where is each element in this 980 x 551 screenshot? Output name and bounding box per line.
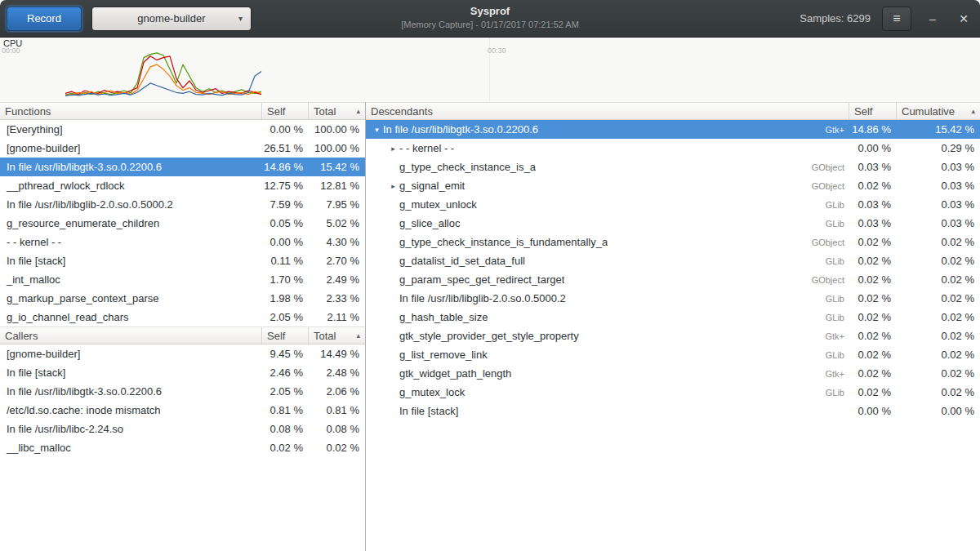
total-value: 2.49 % [309, 273, 365, 286]
function-name: In file [stack] [0, 367, 262, 379]
minimize-button[interactable]: – [923, 9, 942, 29]
self-value: 0.11 % [262, 255, 309, 267]
tree-row[interactable]: In file /usr/lib/libglib-2.0.so.0.5000.2… [366, 289, 980, 308]
table-row[interactable]: [Everything]0.00 %100.00 % [0, 120, 365, 139]
sysprof-window: Record gnome-builder ▾ Sysprof [Memory C… [0, 0, 980, 551]
table-row[interactable]: g_io_channel_read_chars2.05 %2.11 % [0, 308, 365, 327]
triangle-down-icon[interactable]: ▾ [371, 126, 383, 134]
process-selector-label: gnome-builder [137, 12, 205, 24]
function-name: In file [stack] [0, 255, 262, 267]
header-right: Samples: 6299 ≡ – ✕ [800, 7, 973, 31]
cumulative-value: 0.02 % [897, 349, 980, 361]
total-value: 15.42 % [309, 161, 365, 173]
total-value: 2.48 % [309, 367, 365, 379]
self-value: 9.45 % [262, 348, 309, 360]
descendants-table: DescendantsSelfCumulative▴▾In file /usr/… [366, 102, 980, 420]
menu-button[interactable]: ≡ [882, 7, 911, 31]
table-row[interactable]: [gnome-builder]26.51 %100.00 % [0, 139, 365, 158]
function-name: g_mutex_lock [399, 386, 465, 398]
record-button[interactable]: Record [7, 7, 82, 31]
table-row[interactable]: - - kernel - -0.00 %4.30 % [0, 233, 365, 251]
cumulative-value: 0.02 % [897, 273, 980, 286]
close-button[interactable]: ✕ [954, 9, 973, 29]
tree-row[interactable]: g_param_spec_get_redirect_targetGObject0… [366, 270, 980, 289]
table-row[interactable]: /etc/ld.so.cache: inode mismatch0.81 %0.… [0, 401, 365, 420]
function-name: g_type_check_instance_is_fundamentally_a [399, 236, 608, 248]
tree-row[interactable]: g_hash_table_sizeGLib0.02 %0.02 % [366, 308, 980, 327]
function-name-cell: g_param_spec_get_redirect_target [366, 273, 799, 286]
table-row[interactable]: In file /usr/lib/libgtk-3.so.0.2200.614.… [0, 158, 365, 176]
self-value: 2.05 % [262, 311, 309, 323]
self-value: 14.86 % [849, 123, 897, 136]
function-name: In file /usr/lib/libglib-2.0.so.0.5000.2 [399, 292, 566, 304]
triangle-right-icon[interactable]: ▸ [387, 182, 399, 190]
column-header-total[interactable]: Total▴ [309, 103, 365, 119]
tree-row[interactable]: g_type_check_instance_is_aGObject0.03 %0… [366, 158, 980, 176]
cumulative-value: 0.03 % [897, 217, 980, 229]
cumulative-value: 0.00 % [897, 405, 980, 417]
function-name: g_datalist_id_set_data_full [399, 255, 525, 267]
self-value: 0.02 % [849, 330, 897, 342]
tree-row[interactable]: ▸g_signal_emitGObject0.02 %0.03 % [366, 176, 980, 195]
function-name-cell: In file /usr/lib/libglib-2.0.so.0.5000.2 [366, 292, 799, 304]
cpu-series-cpu0 [65, 53, 261, 96]
column-header-cumulative[interactable]: Cumulative▴ [897, 103, 980, 119]
tree-row[interactable]: gtk_style_provider_get_style_propertyGtk… [366, 327, 980, 345]
cumulative-value: 0.02 % [897, 386, 980, 398]
table-row[interactable]: __pthread_rwlock_rdlock12.75 %12.81 % [0, 176, 365, 195]
triangle-right-icon[interactable]: ▸ [387, 144, 399, 153]
table-row[interactable]: g_markup_parse_context_parse1.98 %2.33 % [0, 289, 365, 308]
tree-row[interactable]: g_type_check_instance_is_fundamentally_a… [366, 233, 980, 251]
cumulative-value: 0.02 % [897, 367, 980, 380]
column-header-self[interactable]: Self [262, 327, 309, 344]
function-name: g_signal_emit [399, 180, 465, 192]
callers-table: CallersSelfTotal▴[gnome-builder]9.45 %14… [0, 327, 365, 457]
tree-row[interactable]: gtk_widget_path_lengthGtk+0.02 %0.02 % [366, 364, 980, 383]
total-value: 7.95 % [309, 198, 365, 211]
table-row[interactable]: __libc_malloc0.02 %0.02 % [0, 438, 365, 457]
table-row[interactable]: _int_malloc1.70 %2.49 % [0, 270, 365, 289]
self-value: 1.70 % [262, 273, 309, 286]
tree-row[interactable]: g_mutex_unlockGLib0.03 %0.03 % [366, 195, 980, 214]
tree-row[interactable]: g_mutex_lockGLib0.02 %0.02 % [366, 383, 980, 402]
process-selector-dropdown[interactable]: gnome-builder ▾ [91, 7, 252, 31]
column-header-self[interactable]: Self [849, 103, 897, 119]
tree-row[interactable]: g_slice_allocGLib0.03 %0.03 % [366, 214, 980, 233]
table-row[interactable]: [gnome-builder]9.45 %14.49 % [0, 344, 365, 363]
cumulative-value: 0.29 % [897, 142, 980, 154]
self-value: 0.02 % [849, 236, 897, 248]
tree-row[interactable]: In file [stack]0.00 %0.00 % [366, 402, 980, 420]
table-row[interactable]: g_resource_enumerate_children0.05 %5.02 … [0, 214, 365, 233]
function-name: g_io_channel_read_chars [0, 311, 262, 323]
function-name: In file /usr/lib/libglib-2.0.so.0.5000.2 [0, 198, 262, 211]
column-header-functions[interactable]: Functions [0, 103, 262, 119]
self-value: 0.03 % [849, 198, 897, 211]
library-tag: GObject [799, 275, 849, 285]
table-row[interactable]: In file [stack]2.46 %2.48 % [0, 363, 365, 382]
column-header-label: Total [314, 330, 336, 342]
table-row[interactable]: In file /usr/lib/libgtk-3.so.0.2200.62.0… [0, 382, 365, 401]
library-tag: Gtk+ [799, 369, 849, 379]
function-name-cell: g_list_remove_link [366, 349, 799, 361]
function-name: g_hash_table_size [399, 311, 488, 323]
time-tick-mid: 00:30 [488, 47, 506, 55]
column-header-total[interactable]: Total▴ [309, 327, 365, 344]
self-value: 0.08 % [262, 423, 309, 435]
function-name: In file [stack] [399, 405, 458, 417]
self-value: 0.02 % [849, 180, 897, 192]
total-value: 2.70 % [309, 255, 365, 267]
tree-row[interactable]: g_list_remove_linkGLib0.02 %0.02 % [366, 345, 980, 364]
column-header-self[interactable]: Self [262, 103, 309, 119]
function-name-cell: g_slice_alloc [366, 217, 799, 229]
tree-row[interactable]: ▸- - kernel - -0.00 %0.29 % [366, 139, 980, 158]
column-header-descendants[interactable]: Descendants [366, 103, 849, 119]
function-name: In file /usr/lib/libgtk-3.so.0.2200.6 [0, 161, 262, 173]
tree-row[interactable]: ▾In file /usr/lib/libgtk-3.so.0.2200.6Gt… [366, 120, 980, 139]
table-row[interactable]: In file /usr/lib/libglib-2.0.so.0.5000.2… [0, 195, 365, 214]
total-value: 14.49 % [309, 348, 365, 360]
table-row[interactable]: In file /usr/lib/libc-2.24.so0.08 %0.08 … [0, 420, 365, 438]
tree-row[interactable]: g_datalist_id_set_data_fullGLib0.02 %0.0… [366, 251, 980, 270]
table-row[interactable]: In file [stack]0.11 %2.70 % [0, 251, 365, 270]
column-header-callers[interactable]: Callers [0, 327, 262, 344]
function-name: g_type_check_instance_is_a [399, 161, 536, 173]
